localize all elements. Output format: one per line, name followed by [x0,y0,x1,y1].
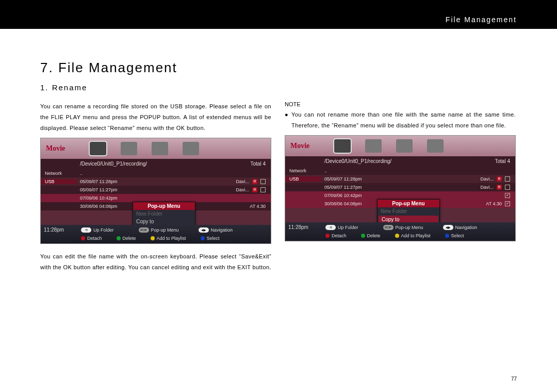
page-body: 7. File Management 1. Rename You can ren… [0,29,557,276]
left-paragraph-2: You can edit the file name with the on-s… [40,251,271,273]
ss2-f-detach: Detach [332,233,347,238]
ss1-file0-name: Davi... [236,179,249,184]
header-section-title: File Management [446,15,517,24]
ss2-file0-name: Davi... [480,176,494,182]
screenshot-rename-disabled: Movie /Device0/Unit0_P1/recording/ Total… [285,135,516,241]
red-dot-icon [81,236,85,240]
ss2-f-popup: Pop-up Menu [396,225,423,230]
blue-dot-icon [201,236,205,240]
bullet-dot-icon: ● [285,109,288,131]
ss1-movie-label: Movie [46,144,65,153]
blue-dot-icon [445,234,449,238]
ss2-file1-check [505,185,510,190]
back-btn-icon: ⟲ [81,227,91,233]
note-label: NOTE [285,101,516,107]
ss1-file3-name: AT 4.30 [250,204,266,209]
ss1-f-addplaylist: Add to Playlist [157,236,186,241]
rec-badge-icon: R [497,185,502,190]
ss2-file0-check [505,176,510,182]
ss1-total: Total 4 [251,161,271,167]
ss2-path-row: /Device0/Unit0_P1/recording/ Total 4 [285,156,515,167]
camera-icon [90,142,106,155]
camera2-icon [183,142,199,155]
rec-badge-icon: R [252,187,257,192]
left-column: You can rename a recording file stored o… [40,101,271,276]
ss2-file3-check: ✓ [505,201,510,206]
popup-btn-icon: POP [139,227,149,233]
ss2-time: 11:28pm [288,224,321,230]
nav-btn-icon: ◀▶ [443,225,453,230]
ss1-side-network: Network [41,171,77,176]
image-icon [152,142,168,155]
ss1-f-nav: Navigation [211,227,233,233]
ss2-f-delete: Delete [367,233,381,238]
ss2-popup-title: Pop-up Menu [378,200,439,207]
ss1-time: 11:28pm [44,227,77,233]
section-title: 1. Rename [40,83,517,92]
headphones-icon [121,142,137,155]
ss2-f-nav: Navigation [455,225,478,230]
ss1-file0-ts: 05/09/07 11:28pm [80,179,118,184]
ss1-file2-ts: 07/09/06 10:42pm [80,195,118,201]
ss2-file3-ts: 30/08/06 04:08pm [324,201,362,206]
headphones-icon [365,139,382,153]
left-paragraph-1: You can rename a recording file stored o… [40,101,271,134]
ss1-path: /Device0/Unit0_P1/recording/ [77,161,251,167]
ss2-file0-ts: 05/09/07 11:28pm [324,176,362,182]
ss2-path: /Device0/Unit0_P1/recording/ [321,158,495,164]
ss1-file3-ts: 30/08/06 04:08pm [80,204,118,209]
image-icon [396,139,413,153]
screenshot-rename-enabled: Movie /Device0/Unit0_P1/recording/ Total… [40,138,271,244]
ss1-file1-name: Davi... [236,187,249,192]
ss2-footer: 11:28pm ⟲Up Folder POPPop-up Menu ◀▶Navi… [285,222,515,241]
ss1-popup-copyto: Copy to [133,218,195,225]
camera-icon [334,139,351,153]
ss1-popup-newfolder: New Folder [133,210,195,218]
yellow-dot-icon [151,236,155,240]
ss1-file1-ts: 05/09/07 11:27pm [80,187,118,192]
note-bullet-1-text: You can not rename more than one file wi… [291,109,516,131]
ss1-f-delete: Delete [123,236,136,241]
ss1-f-detach: Detach [87,236,102,241]
ss2-f-upfolder: Up Folder [338,225,358,230]
ss2-tabbar: Movie [285,136,515,156]
page-number: 77 [511,376,517,382]
ss1-side-usb: USB [41,179,77,184]
ss2-file2-ts: 07/09/06 10:42pm [324,193,362,198]
ss2-total: Total 4 [495,158,515,164]
ss1-footer: 11:28pm ⟲Up Folder POPPop-up Menu ◀▶Navi… [41,225,271,243]
ss1-file0-check [260,179,266,184]
right-column: NOTE ● You can not rename more than one … [285,101,516,276]
red-dot-icon [325,234,330,238]
ss2-side-network: Network [285,168,321,173]
ss1-tabbar: Movie [41,138,271,159]
ss2-f-select: Select [451,233,464,238]
yellow-dot-icon [395,234,399,238]
rec-badge-icon: R [252,179,257,184]
ss2-file3-name: AT 4.30 [486,201,502,206]
rec-badge-icon: R [497,176,502,182]
note-bullet-1: ● You can not rename more than one file … [285,109,516,131]
ss1-f-popup: Pop-up Menu [151,227,179,233]
camera2-icon [427,139,444,153]
popup-btn-icon: POP [383,225,394,230]
nav-btn-icon: ◀▶ [199,227,209,233]
chapter-title: 7. File Management [40,60,517,76]
ss2-file1-name: Davi... [480,185,494,190]
ss2-movie-label: Movie [290,142,309,150]
ss2-file1-ts: 05/09/07 11:27pm [324,185,362,190]
ss2-f-addplaylist: Add to Playlist [401,233,431,238]
green-dot-icon [117,236,121,240]
ss2-file2-check: ✓ [505,193,510,198]
ss1-path-row: /Device0/Unit0_P1/recording/ Total 4 [41,159,271,169]
ss1-file1-check [260,187,266,192]
ss2-popup-newfolder: New Folder [378,207,439,215]
ss1-f-upfolder: Up Folder [93,227,114,233]
back-btn-icon: ⟲ [325,225,336,230]
ss1-popup-title: Pop-up Menu [133,202,195,210]
header-bar: File Management [0,0,557,29]
ss1-f-select: Select [207,236,220,241]
green-dot-icon [361,234,365,238]
ss2-side-usb: USB [285,176,321,182]
